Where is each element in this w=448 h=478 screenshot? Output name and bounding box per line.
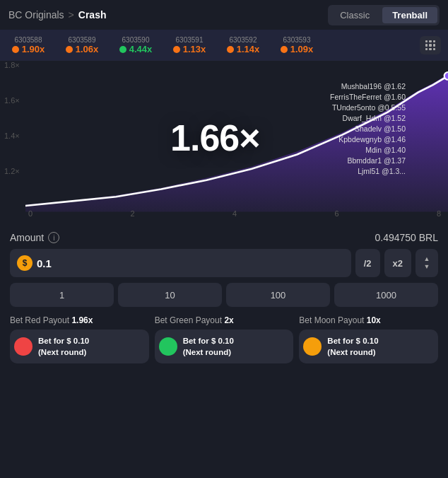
breadcrumb: BC Originals > Crash xyxy=(8,9,106,21)
double-button[interactable]: x2 xyxy=(384,249,411,277)
amount-input-wrap: $ xyxy=(10,249,351,277)
player-label-7: Mdin @1.40 xyxy=(330,146,406,154)
breadcrumb-parent[interactable]: BC Originals xyxy=(8,9,64,21)
round-dot-row: 1.06x xyxy=(66,44,99,54)
quick-btn-1[interactable]: 1 xyxy=(10,283,114,307)
bet-moon-section: Bet Moon Payout 10x Bet for $ 0.10(Next … xyxy=(299,315,438,363)
player-label-5: Shadelv @1.50 xyxy=(330,124,406,133)
bet-green-text: Bet for $ 0.10(Next round) xyxy=(183,335,234,358)
bet-red-dot xyxy=(14,337,33,356)
bet-green-button[interactable]: Bet for $ 0.10(Next round) xyxy=(155,330,294,363)
round-dot-row: 1.90x xyxy=(12,44,45,54)
bet-sections: Bet Red Payout 1.96x Bet for $ 0.10(Next… xyxy=(10,315,438,363)
round-item[interactable]: 6303591 1.13x xyxy=(168,36,211,54)
breadcrumb-current: Crash xyxy=(78,9,107,21)
round-mult: 4.44x xyxy=(129,44,153,54)
bet-red-button[interactable]: Bet for $ 0.10(Next round) xyxy=(10,330,149,363)
chart-area: 1.8× 1.6× 1.4× 1.2× 1.66× Mushbal196 @1.… xyxy=(0,61,448,223)
header: BC Originals > Crash Classic Trenball xyxy=(0,0,448,30)
quick-amounts: 1 10 100 1000 xyxy=(10,283,438,307)
round-dot xyxy=(66,46,73,53)
round-mult: 1.13x xyxy=(183,44,206,54)
y-axis-labels: 1.8× 1.6× 1.4× 1.2× xyxy=(4,61,20,202)
amount-input[interactable] xyxy=(37,257,93,269)
bet-moon-button[interactable]: Bet for $ 0.10(Next round) xyxy=(299,330,438,363)
x-label-4: 4 xyxy=(232,209,237,218)
x-label-8: 8 xyxy=(437,209,441,218)
bet-green-dot xyxy=(159,337,177,356)
player-label-8: Bbmddar1 @1.37 xyxy=(330,156,406,165)
amount-row: Amount i 0.494750 BRL xyxy=(10,232,438,243)
round-dot xyxy=(12,46,19,53)
round-history: 6303588 1.90x 6303589 1.06x 6303590 4.44… xyxy=(0,30,448,61)
round-id: 6303590 xyxy=(122,36,150,44)
round-dot-row: 4.44x xyxy=(119,44,153,54)
round-id: 6303588 xyxy=(15,36,42,44)
info-icon[interactable]: i xyxy=(48,232,59,243)
round-dot xyxy=(281,46,288,53)
y-label-4: 1.2× xyxy=(4,167,20,175)
amount-label: Amount i xyxy=(10,232,59,243)
stepper-up-icon: ▲ xyxy=(424,256,430,262)
player-label-2: FerrisTheFerret @1.60 xyxy=(330,93,406,101)
y-label-1: 1.8× xyxy=(4,61,20,69)
history-grid-button[interactable] xyxy=(420,36,441,54)
round-dot-row: 1.13x xyxy=(173,44,206,54)
bet-red-label: Bet Red Payout 1.96x xyxy=(10,315,149,325)
round-mult: 1.09x xyxy=(290,44,314,54)
quick-btn-100[interactable]: 100 xyxy=(226,283,330,307)
grid-icon xyxy=(425,40,435,50)
round-dot xyxy=(119,46,126,53)
stepper-button[interactable]: ▲ ▼ xyxy=(415,249,438,277)
round-mult: 1.14x xyxy=(237,44,260,54)
bet-red-payout: 1.96x xyxy=(71,315,93,325)
round-id: 6303591 xyxy=(176,36,204,44)
stepper-down-icon: ▼ xyxy=(424,264,430,270)
tab-trenball[interactable]: Trenball xyxy=(382,7,437,23)
round-item[interactable]: 6303589 1.06x xyxy=(61,36,103,54)
round-item[interactable]: 6303592 1.14x xyxy=(222,36,264,54)
current-multiplier: 1.66× xyxy=(170,117,260,159)
bet-moon-payout: 10x xyxy=(367,315,381,325)
player-label-6: Kpbdewgnyb @1.46 xyxy=(330,135,406,144)
breadcrumb-separator: > xyxy=(69,9,74,21)
svg-point-1 xyxy=(444,72,448,80)
round-id: 6303592 xyxy=(230,36,257,44)
bet-green-label: Bet Green Payout 2x xyxy=(155,315,294,325)
amount-input-row: $ /2 x2 ▲ ▼ xyxy=(10,249,438,277)
player-label-1: Mushbal196 @1.62 xyxy=(330,82,406,91)
bet-red-text: Bet for $ 0.10(Next round) xyxy=(38,335,89,358)
round-mult: 1.90x xyxy=(22,44,45,54)
tab-classic[interactable]: Classic xyxy=(330,7,379,23)
quick-btn-1000[interactable]: 1000 xyxy=(334,283,438,307)
round-mult: 1.06x xyxy=(76,44,99,54)
round-dot xyxy=(173,46,180,53)
player-labels: Mushbal196 @1.62 FerrisTheFerret @1.60 T… xyxy=(330,82,406,175)
quick-btn-10[interactable]: 10 xyxy=(118,283,222,307)
round-id: 6303589 xyxy=(69,36,96,44)
x-label-0: 0 xyxy=(28,209,33,218)
half-button[interactable]: /2 xyxy=(355,249,380,277)
amount-balance: 0.494750 BRL xyxy=(375,232,438,243)
x-label-2: 2 xyxy=(130,209,134,218)
round-id: 6303593 xyxy=(283,36,311,44)
player-label-9: Ljml51 @1.3... xyxy=(330,167,406,175)
round-dot-row: 1.09x xyxy=(281,44,314,54)
bet-red-section: Bet Red Payout 1.96x Bet for $ 0.10(Next… xyxy=(10,315,149,363)
round-item[interactable]: 6303590 4.44x xyxy=(114,36,157,54)
coin-icon: $ xyxy=(17,255,33,271)
bet-moon-label: Bet Moon Payout 10x xyxy=(299,315,438,325)
x-axis-labels: 0 2 4 6 8 xyxy=(28,209,441,218)
header-tabs: Classic Trenball xyxy=(328,5,440,25)
bet-moon-text: Bet for $ 0.10(Next round) xyxy=(327,335,378,358)
amount-label-text: Amount xyxy=(10,232,44,243)
bet-green-section: Bet Green Payout 2x Bet for $ 0.10(Next … xyxy=(155,315,294,363)
y-label-3: 1.4× xyxy=(4,132,20,140)
x-label-6: 6 xyxy=(334,209,338,218)
bottom-panel: Amount i 0.494750 BRL $ /2 x2 ▲ ▼ 1 10 1… xyxy=(0,223,448,371)
round-item[interactable]: 6303593 1.09x xyxy=(276,36,318,54)
bet-moon-dot xyxy=(303,337,322,356)
round-item[interactable]: 6303588 1.90x xyxy=(7,36,49,54)
round-dot-row: 1.14x xyxy=(227,44,260,54)
player-label-4: Dwarf_Hdm @1.52 xyxy=(330,114,406,122)
